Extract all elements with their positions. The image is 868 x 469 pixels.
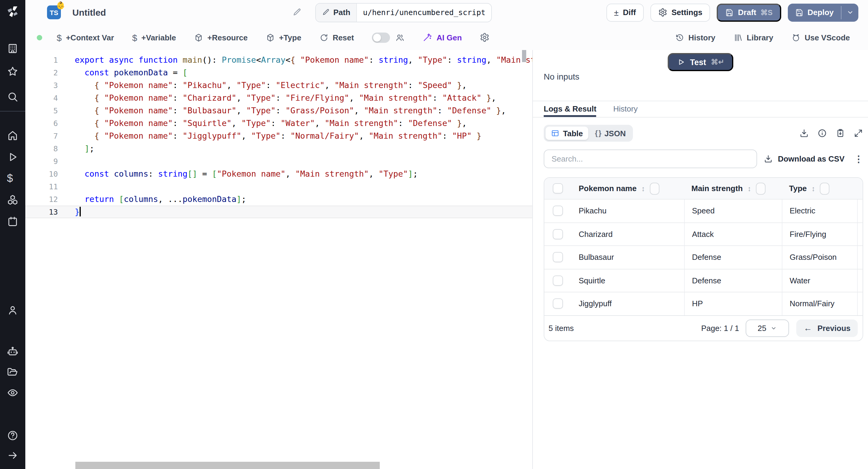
use-vscode-button[interactable]: Use VScode <box>792 33 850 42</box>
sidebar-item-audit-icon[interactable] <box>7 387 19 399</box>
expand-icon[interactable] <box>854 128 863 138</box>
deploy-menu-button[interactable] <box>841 3 858 22</box>
sidebar-divider <box>0 111 25 112</box>
tab-logs-result[interactable]: Logs & Result <box>544 104 596 117</box>
sidebar-item-folders-icon[interactable] <box>7 367 19 378</box>
text-cursor <box>80 207 81 216</box>
column-filter-pill[interactable] <box>756 182 766 194</box>
select-all-checkbox[interactable] <box>553 183 563 193</box>
history-icon <box>675 33 684 42</box>
table-search[interactable] <box>544 150 757 168</box>
diff-mode-toggle[interactable] <box>372 32 404 42</box>
column-header-2[interactable]: Type↕ <box>782 182 857 194</box>
add-resource-button[interactable]: +Resource <box>194 33 248 42</box>
sidebar-item-workers-icon[interactable] <box>7 346 19 357</box>
copy-result-icon[interactable] <box>835 128 845 138</box>
ai-gen-button[interactable]: AI Gen <box>423 33 462 42</box>
code-text: return [columns, ...pokemonData]; <box>58 193 246 206</box>
code-line-3[interactable]: 3 { "Pokemon name": "Pikachu", "Type": "… <box>25 79 532 92</box>
row-checkbox[interactable] <box>553 299 563 309</box>
library-button[interactable]: Library <box>734 33 773 42</box>
settings-button[interactable]: Settings <box>650 3 710 22</box>
code-line-9[interactable]: 9 <box>25 155 532 167</box>
info-icon[interactable] <box>817 128 827 138</box>
row-checkbox[interactable] <box>553 206 563 216</box>
sidebar-item-variables-icon[interactable]: $ <box>7 173 19 184</box>
page-size-select[interactable]: 25 <box>746 319 789 337</box>
edit-summary-icon[interactable] <box>292 8 301 17</box>
toggle-switch[interactable] <box>372 32 390 42</box>
column-header-0[interactable]: Pokemon name↕ <box>571 182 684 194</box>
table-row-0[interactable]: PikachuSpeedElectric <box>544 199 863 222</box>
history-button[interactable]: History <box>675 33 715 42</box>
add-context-var-button[interactable]: $ +Context Var <box>57 32 114 42</box>
code-text: { "Pokemon name": "Jigglypuff", "Type": … <box>58 130 482 142</box>
table-row-3[interactable]: SquirtleDefenseWater <box>544 269 863 292</box>
code-line-4[interactable]: 4 { "Pokemon name": "Charizard", "Type":… <box>25 92 532 104</box>
test-shortcut: ⌘↵ <box>711 58 724 66</box>
windmill-logo-icon[interactable] <box>5 5 20 19</box>
windmill-app: $ TS 👶 Untitled Path u/henri/unencumbere… <box>0 0 868 469</box>
path-value[interactable]: u/henri/unencumbered_script <box>357 3 491 22</box>
sidebar-item-settings-icon[interactable] <box>7 325 19 336</box>
code-line-11[interactable]: 11 <box>25 180 532 193</box>
sidebar-item-home-icon[interactable] <box>7 130 19 141</box>
code-line-13[interactable]: 13} <box>25 206 532 218</box>
code-line-12[interactable]: 12 return [columns, ...pokemonData]; <box>25 193 532 206</box>
view-json-button[interactable]: { } JSON <box>590 127 631 140</box>
sort-icon[interactable]: ↕ <box>641 184 645 193</box>
download-csv-button[interactable]: Download as CSV <box>764 154 844 163</box>
row-checkbox[interactable] <box>553 276 563 286</box>
code-line-5[interactable]: 5 { "Pokemon name": "Bulbasaur", "Type":… <box>25 104 532 117</box>
sidebar-item-runs-icon[interactable] <box>7 151 19 163</box>
diff-button[interactable]: ± Diff <box>606 3 644 22</box>
editor-horizontal-scrollbar[interactable] <box>75 462 380 469</box>
previous-page-button[interactable]: ← Previous <box>796 319 858 337</box>
sidebar-item-search-icon[interactable] <box>7 91 19 102</box>
code-line-1[interactable]: 1export async function main(): Promise<A… <box>25 54 532 66</box>
table-row-4[interactable]: JigglypuffHPNormal/Fairy <box>544 292 863 315</box>
code-editor[interactable]: 1export async function main(): Promise<A… <box>25 50 532 469</box>
table-row-1[interactable]: CharizardAttackFire/Flying <box>544 222 863 245</box>
sidebar-item-help-icon[interactable] <box>7 430 19 441</box>
column-header-1[interactable]: Main strength↕ <box>684 182 782 194</box>
download-result-icon[interactable] <box>799 128 809 138</box>
search-input[interactable] <box>550 154 750 164</box>
sidebar-item-expand-icon[interactable] <box>7 450 19 461</box>
view-table-button[interactable]: Table <box>546 127 588 140</box>
code-line-10[interactable]: 10 const columns: string[] = ["Pokemon n… <box>25 167 532 180</box>
line-number: 4 <box>25 92 58 104</box>
row-checkbox[interactable] <box>553 252 563 262</box>
add-type-button[interactable]: +Type <box>266 33 301 42</box>
column-filter-pill[interactable] <box>650 182 659 194</box>
code-line-8[interactable]: 8 ]; <box>25 142 532 155</box>
typescript-badge-label: TS <box>50 9 58 16</box>
path-field[interactable]: Path u/henri/unencumbered_script <box>315 3 492 22</box>
sort-icon[interactable]: ↕ <box>747 184 751 193</box>
sidebar-item-schedules-icon[interactable] <box>7 216 19 227</box>
test-button[interactable]: Test ⌘↵ <box>668 53 733 71</box>
cell-main-strength: Defense <box>684 246 782 269</box>
draft-button[interactable]: Draft ⌘S <box>717 3 781 22</box>
cell-main-strength: HP <box>684 292 782 315</box>
editor-vertical-scrollbar[interactable] <box>522 50 526 62</box>
kebab-menu-icon[interactable]: ⋮ <box>854 153 863 164</box>
tab-history[interactable]: History <box>613 104 638 117</box>
add-variable-button[interactable]: $ +Variable <box>132 32 176 42</box>
code-line-7[interactable]: 7 { "Pokemon name": "Jigglypuff", "Type"… <box>25 130 532 142</box>
sidebar-item-user-icon[interactable] <box>7 305 19 316</box>
table-row-2[interactable]: BulbasaurDefenseGrass/Poison <box>544 245 863 269</box>
typescript-badge: TS 👶 <box>47 5 61 19</box>
sidebar-item-favorites-icon[interactable] <box>7 66 19 77</box>
editor-settings-icon[interactable] <box>480 33 490 42</box>
reset-button[interactable]: Reset <box>319 33 354 42</box>
sidebar-item-resources-icon[interactable] <box>7 194 19 206</box>
code-line-6[interactable]: 6 { "Pokemon name": "Squirtle", "Type": … <box>25 117 532 130</box>
code-line-2[interactable]: 2 const pokemonData = [ <box>25 66 532 79</box>
deploy-button[interactable]: Deploy <box>787 3 858 22</box>
row-checkbox[interactable] <box>553 229 563 239</box>
sidebar-item-workspace-icon[interactable] <box>7 43 19 54</box>
sort-icon[interactable]: ↕ <box>812 184 815 193</box>
dollar-icon: $ <box>132 32 137 42</box>
column-filter-pill[interactable] <box>820 182 830 194</box>
